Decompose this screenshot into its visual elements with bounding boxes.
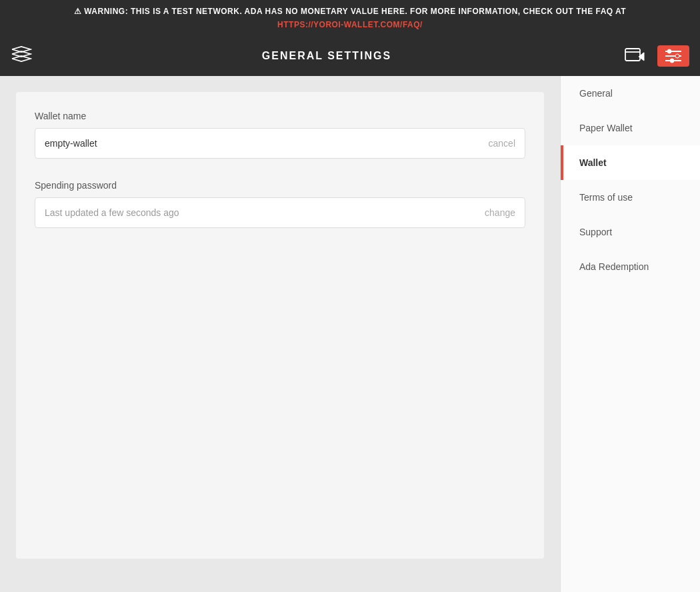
warning-link[interactable]: HTTPS://YOROI-WALLET.COM/FAQ/ — [11, 19, 689, 31]
sidebar-item-terms-of-use[interactable]: Terms of use — [561, 180, 700, 215]
settings-button[interactable] — [657, 45, 689, 67]
wallet-name-input[interactable] — [45, 138, 489, 149]
page-title: GENERAL SETTINGS — [32, 50, 621, 62]
svg-point-4 — [667, 49, 671, 53]
sidebar-item-general[interactable]: General — [561, 76, 700, 111]
spending-password-wrapper: Last updated a few seconds ago change — [35, 197, 525, 228]
header: GENERAL SETTINGS — [0, 36, 700, 76]
spending-password-change-button[interactable]: change — [485, 207, 515, 218]
warning-banner: ⚠ WARNING: THIS IS A TEST NETWORK. ADA H… — [0, 0, 700, 36]
wallet-name-label: Wallet name — [35, 111, 525, 121]
svg-rect-0 — [625, 49, 640, 61]
spending-password-label: Spending password — [35, 180, 525, 191]
spending-password-status: Last updated a few seconds ago — [45, 207, 485, 218]
wallet-name-cancel-button[interactable]: cancel — [489, 138, 515, 149]
logo-area — [11, 45, 32, 67]
wallet-name-input-wrapper: cancel — [35, 128, 525, 159]
wallet-name-section: Wallet name cancel — [35, 111, 525, 159]
svg-point-8 — [670, 59, 674, 63]
send-receive-button[interactable] — [621, 43, 649, 69]
logo-icon — [11, 45, 32, 67]
settings-card: Wallet name cancel Spending password Las… — [16, 92, 544, 559]
sidebar: General Paper Wallet Wallet Terms of use… — [560, 76, 700, 592]
sidebar-item-paper-wallet[interactable]: Paper Wallet — [561, 111, 700, 145]
spending-password-section: Spending password Last updated a few sec… — [35, 180, 525, 228]
content-area: Wallet name cancel Spending password Las… — [0, 76, 560, 592]
header-actions — [621, 43, 689, 69]
warning-text-line1: ⚠ WARNING: THIS IS A TEST NETWORK. ADA H… — [74, 7, 626, 16]
sidebar-item-wallet[interactable]: Wallet — [561, 145, 700, 180]
sidebar-item-support[interactable]: Support — [561, 215, 700, 249]
main-layout: Wallet name cancel Spending password Las… — [0, 76, 700, 592]
sidebar-item-ada-redemption[interactable]: Ada Redemption — [561, 249, 700, 284]
svg-point-6 — [675, 54, 679, 58]
